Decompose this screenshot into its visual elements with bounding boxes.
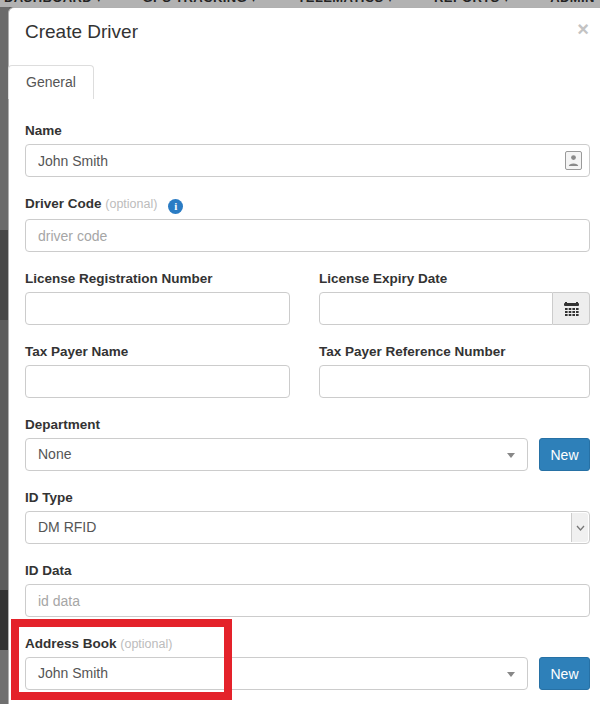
name-input-wrap — [25, 144, 590, 177]
department-new-button[interactable]: New — [539, 438, 590, 471]
name-field-group: Name — [25, 123, 590, 177]
department-label: Department — [25, 417, 590, 433]
id-data-field-group: ID Data — [25, 563, 590, 617]
license-expiry-label: License Expiry Date — [319, 271, 590, 287]
nav-item-clipped: TELEMATICS ▾ — [298, 0, 394, 5]
tax-payer-reference-group: Tax Payer Reference Number — [319, 344, 590, 398]
license-expiry-input[interactable] — [319, 292, 553, 325]
license-registration-input[interactable] — [25, 292, 290, 325]
chevron-down-icon — [507, 672, 515, 677]
nav-item-clipped: ADMIN ▾ — [550, 0, 600, 5]
address-book-new-button[interactable]: New — [539, 657, 590, 690]
driver-code-label: Driver Code (optional) i — [25, 196, 590, 214]
tab-bar: General — [9, 65, 600, 99]
close-icon[interactable]: × — [577, 19, 589, 39]
nav-item-clipped: DASHBOARD ▾ — [4, 0, 102, 5]
tax-payer-name-label: Tax Payer Name — [25, 344, 290, 360]
name-input[interactable] — [26, 145, 589, 176]
driver-code-input[interactable] — [25, 219, 590, 252]
calendar-icon[interactable] — [553, 292, 590, 325]
nav-item-clipped: GPS TRACKING ▾ — [143, 0, 257, 5]
id-data-input[interactable] — [25, 584, 590, 617]
chevron-down-icon — [507, 453, 515, 458]
chevron-down-icon — [571, 513, 588, 542]
chevron-down-icon: ▾ — [96, 0, 101, 4]
chevron-down-icon: ▾ — [251, 0, 256, 4]
address-book-selected-value: John Smith — [38, 665, 108, 681]
address-book-label: Address Book (optional) — [25, 636, 590, 652]
department-select[interactable]: None — [25, 438, 528, 471]
address-book-select[interactable]: John Smith — [25, 657, 528, 690]
address-book-row: John Smith New — [25, 657, 590, 690]
department-field-group: Department None New — [25, 417, 590, 471]
modal-title: Create Driver — [25, 21, 590, 43]
license-registration-label: License Registration Number — [25, 271, 290, 287]
background-nav-items: DASHBOARD ▾ GPS TRACKING ▾ TELEMATICS ▾ … — [4, 0, 600, 5]
optional-hint: (optional) — [105, 197, 157, 211]
tab-general[interactable]: General — [8, 65, 94, 99]
tax-payer-reference-label: Tax Payer Reference Number — [319, 344, 590, 360]
department-row: None New — [25, 438, 590, 471]
autofill-contact-icon[interactable] — [565, 151, 582, 170]
tax-payer-row: Tax Payer Name Tax Payer Reference Numbe… — [25, 344, 590, 398]
optional-hint: (optional) — [120, 637, 172, 651]
license-expiry-group: License Expiry Date — [319, 271, 590, 325]
chevron-down-icon: ▾ — [388, 0, 393, 4]
name-label: Name — [25, 123, 590, 139]
nav-item-clipped: REPORTS ▾ — [434, 0, 509, 5]
info-icon[interactable]: i — [168, 199, 183, 214]
id-data-label: ID Data — [25, 563, 590, 579]
id-type-select[interactable]: DM RFID — [25, 511, 590, 544]
tax-payer-reference-input[interactable] — [319, 365, 590, 398]
create-driver-modal: Create Driver × General Name Driver Code — [8, 7, 600, 704]
tax-payer-name-group: Tax Payer Name — [25, 344, 290, 398]
address-book-field-group: Address Book (optional) John Smith New — [25, 636, 590, 690]
license-registration-group: License Registration Number — [25, 271, 290, 325]
id-type-selected-value: DM RFID — [38, 519, 96, 535]
background-navbar-clipped: DASHBOARD ▾ GPS TRACKING ▾ TELEMATICS ▾ … — [0, 0, 600, 7]
license-expiry-input-group — [319, 292, 590, 325]
person-icon — [568, 154, 579, 167]
modal-body: Name Driver Code (optional) i — [9, 99, 600, 704]
id-type-field-group: ID Type DM RFID — [25, 490, 590, 544]
department-selected-value: None — [38, 446, 71, 462]
license-row: License Registration Number License Expi… — [25, 271, 590, 325]
id-type-label: ID Type — [25, 490, 590, 506]
tax-payer-name-input[interactable] — [25, 365, 290, 398]
chevron-down-icon: ▾ — [504, 0, 509, 4]
modal-header: Create Driver × — [9, 8, 600, 52]
driver-code-field-group: Driver Code (optional) i — [25, 196, 590, 252]
